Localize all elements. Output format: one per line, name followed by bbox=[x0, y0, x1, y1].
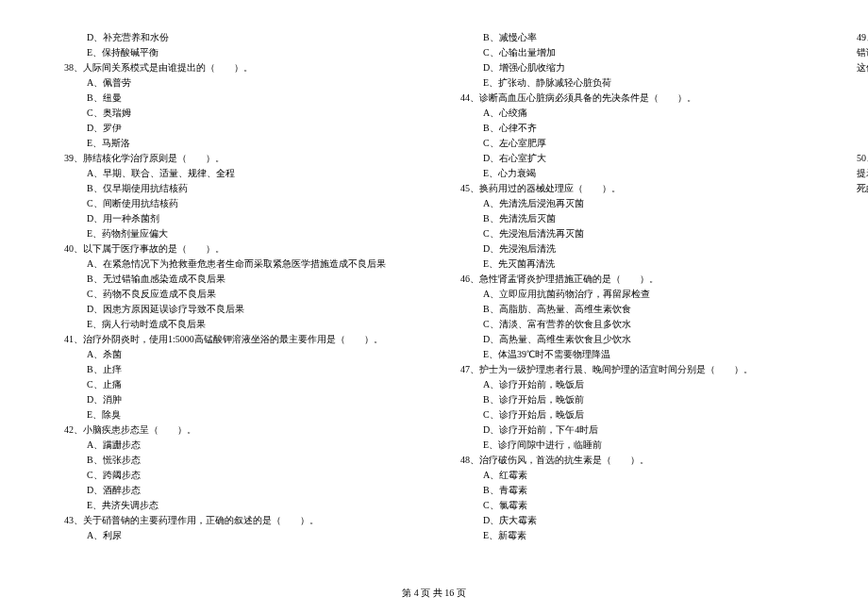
answer-option: B、诊疗开始后，晚饭前 bbox=[453, 392, 811, 407]
answer-option: B、仅早期使用抗结核药 bbox=[57, 181, 415, 196]
answer-option: A、心绞痛 bbox=[453, 106, 811, 121]
answer-option: A、早期、联合、适量、规律、全程 bbox=[57, 166, 415, 181]
answer-option: A、杀菌 bbox=[57, 347, 415, 362]
answer-option: B、心律不齐 bbox=[453, 121, 811, 136]
answer-option: C、诊疗开始后，晚饭后 bbox=[453, 407, 811, 422]
answer-option: E、除臭 bbox=[57, 407, 415, 422]
answer-option: B、报告给上级医生 bbox=[849, 91, 868, 106]
answer-option: A、立即应用抗菌药物治疗，再留尿检查 bbox=[453, 287, 811, 302]
question-text: 这位医生沟通，医生拒绝修改。护士的做法不妥的是（ ）。 bbox=[849, 60, 868, 75]
answer-option: B、无过错输血感染造成不良后果 bbox=[57, 272, 415, 287]
question-text: 47、护士为一级护理患者行晨、晚间护理的适宜时间分别是（ ）。 bbox=[453, 362, 811, 377]
answer-option: E、药物剂量应偏大 bbox=[57, 226, 415, 241]
answer-option: B、止痒 bbox=[57, 362, 415, 377]
question-text: 41、治疗外阴炎时，使用1:5000高锰酸钾溶液坐浴的最主要作用是（ ）。 bbox=[57, 332, 415, 347]
page-footer: 第 4 页 共 16 页 bbox=[0, 587, 868, 600]
answer-option: C、心输出量增加 bbox=[453, 45, 811, 60]
answer-option: D、酒醉步态 bbox=[57, 483, 415, 498]
answer-option: C、清淡、富有营养的饮食且多饮水 bbox=[453, 317, 811, 332]
answer-option: B、纽曼 bbox=[57, 91, 415, 106]
answer-option: D、右心室扩大 bbox=[453, 151, 811, 166]
answer-option: E、保持酸碱平衡 bbox=[57, 45, 415, 60]
answer-option: A、报告给护士长 bbox=[849, 75, 868, 91]
answer-option: E、马斯洛 bbox=[57, 136, 415, 151]
question-text: 38、人际间关系模式是由谁提出的（ ）。 bbox=[57, 60, 415, 75]
answer-option: E、先灭菌再清洗 bbox=[453, 257, 811, 272]
answer-option: A、红霉素 bbox=[453, 468, 811, 483]
question-text: 40、以下属于医疗事故的是（ ）。 bbox=[57, 241, 415, 257]
answer-option: C、间断使用抗结核药 bbox=[57, 196, 415, 211]
answer-option: A、后壁 bbox=[849, 196, 868, 211]
answer-option: D、罗伊 bbox=[57, 121, 415, 136]
question-text: 42、小脑疾患步态呈（ ）。 bbox=[57, 422, 415, 438]
answer-option: B、慌张步态 bbox=[57, 453, 415, 468]
answer-option: C、药物不良反应造成不良后果 bbox=[57, 287, 415, 302]
answer-option: D、高热量、高维生素饮食且少饮水 bbox=[453, 332, 811, 347]
answer-option: E、心力衰竭 bbox=[453, 166, 811, 181]
answer-option: A、诊疗开始前，晚饭后 bbox=[453, 377, 811, 392]
answer-option: D、诊疗开始前，下午4时后 bbox=[453, 422, 811, 438]
answer-option: D、暂缓执行医嘱 bbox=[849, 121, 868, 136]
question-text: 50、某急性心肌梗死患者2小时后心电图随访显示 II、III、avF导联出现病理… bbox=[849, 151, 868, 181]
answer-option: D、庆大霉素 bbox=[453, 513, 811, 528]
answer-option: E、新霉素 bbox=[453, 528, 811, 543]
answer-option: E、报告给科主任 bbox=[849, 136, 868, 151]
answer-option: A、利尿 bbox=[57, 528, 415, 543]
answer-option: C、奥瑞姆 bbox=[57, 106, 415, 121]
question-text: 死的部位可能是（ ）。 bbox=[849, 181, 868, 196]
answer-option: C、氯霉素 bbox=[453, 498, 811, 513]
answer-option: A、佩普劳 bbox=[57, 75, 415, 91]
answer-option: C、跨阈步态 bbox=[57, 468, 415, 483]
answer-option: D、用一种杀菌剂 bbox=[57, 211, 415, 226]
answer-option: D、消肿 bbox=[57, 392, 415, 407]
question-text: 46、急性肾盂肾炎护理措施正确的是（ ）。 bbox=[453, 272, 811, 287]
answer-option: D、补充营养和水份 bbox=[57, 30, 415, 45]
answer-option: E、诊疗间隙中进行，临睡前 bbox=[453, 438, 811, 453]
answer-option: D、增强心肌收缩力 bbox=[453, 60, 811, 75]
answer-option: D、先浸泡后清洗 bbox=[453, 241, 811, 257]
answer-option: E、体温39℃时不需要物理降温 bbox=[453, 347, 811, 362]
question-text: 48、治疗破伤风，首选的抗生素是（ ）。 bbox=[453, 453, 811, 468]
answer-option: B、高脂肪、高热量、高维生素饮食 bbox=[453, 302, 811, 317]
answer-option: C、左心室肥厚 bbox=[453, 136, 811, 151]
question-text: 43、关于硝普钠的主要药理作用，正确的叙述的是（ ）。 bbox=[57, 513, 415, 528]
answer-option: B、先清洗后灭菌 bbox=[453, 211, 811, 226]
answer-option: D、因患方原因延误诊疗导致不良后果 bbox=[57, 302, 415, 317]
answer-option: B、减慢心率 bbox=[453, 30, 811, 45]
answer-option: A、蹒跚步态 bbox=[57, 438, 415, 453]
answer-option: E、共济失调步态 bbox=[57, 498, 415, 513]
answer-option: E、病人行动时造成不良后果 bbox=[57, 317, 415, 332]
answer-option: A、在紧急情况下为抢救垂危患者生命而采取紧急医学措施造成不良后果 bbox=[57, 257, 415, 272]
answer-option: A、先清洗后浸泡再灭菌 bbox=[453, 196, 811, 211]
question-text: 39、肺结核化学治疗原则是（ ）。 bbox=[57, 151, 415, 166]
answer-option: E、扩张动、静脉减轻心脏负荷 bbox=[453, 75, 811, 91]
answer-option: C、止痛 bbox=[57, 377, 415, 392]
answer-option: B、青霉素 bbox=[453, 483, 811, 498]
question-text: 49、一位患者因心绞痛入院。患者疼痛剧烈，医嘱吗啡5mg，iv。护士认为医嘱存在… bbox=[849, 30, 868, 60]
question-text: 45、换药用过的器械处理应（ ）。 bbox=[453, 181, 811, 196]
question-text: 44、诊断高血压心脏病必须具备的先决条件是（ ）。 bbox=[453, 91, 811, 106]
answer-option: C、按医嘱执行 bbox=[849, 106, 868, 121]
exam-page: D、补充营养和水份E、保持酸碱平衡38、人际间关系模式是由谁提出的（ ）。A、佩… bbox=[0, 0, 868, 556]
answer-option: C、先浸泡后清洗再灭菌 bbox=[453, 226, 811, 241]
